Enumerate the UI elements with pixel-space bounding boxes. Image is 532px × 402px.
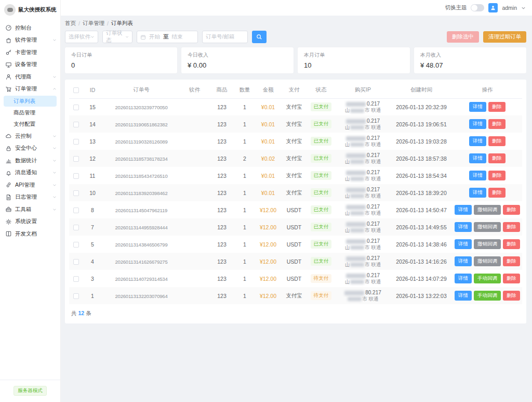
delete-button[interactable]: 删除 <box>503 274 520 283</box>
row-checkbox[interactable] <box>73 225 79 230</box>
breadcrumb-home[interactable]: 首页 <box>65 20 76 27</box>
loc-left: 山 <box>345 176 350 181</box>
detail-button[interactable]: 详情 <box>469 102 486 112</box>
revoke-button[interactable]: 撤销回调 <box>474 256 501 266</box>
row-checkbox[interactable] <box>73 156 79 162</box>
delete-button[interactable]: 删除 <box>503 222 520 232</box>
clean-expired-orders-button[interactable]: 清理过期订单 <box>483 31 526 43</box>
detail-button[interactable]: 详情 <box>469 188 486 198</box>
detail-button[interactable]: 详情 <box>455 205 472 215</box>
delete-button[interactable]: 删除 <box>503 291 520 301</box>
sidebar-item-设备管理[interactable]: 设备管理 <box>0 59 60 71</box>
sidebar-item-控制台[interactable]: 控制台 <box>0 22 60 34</box>
row-checkbox[interactable] <box>73 259 79 265</box>
chevron-down-icon <box>90 35 95 39</box>
chevron-up-icon <box>52 87 57 91</box>
sidebar-item-订单管理[interactable]: 订单管理 <box>0 83 60 96</box>
sidebar-item-软件管理[interactable]: 软件管理 <box>0 34 60 47</box>
stat-value: 0 <box>71 61 171 69</box>
created-time-cell: 2026-01-13 14:16:26 <box>390 253 453 270</box>
search-button[interactable] <box>252 31 267 43</box>
search-input[interactable]: 订单号/邮箱 <box>202 31 248 43</box>
actions-cell: 详情手动回调删除 <box>453 287 522 304</box>
sidebar-item-代理商[interactable]: 代理商 <box>0 71 60 83</box>
detail-button[interactable]: 详情 <box>455 239 472 249</box>
table-row: 8202601131450479621191231¥12.00USDT已支付0.… <box>69 201 522 218</box>
quantity-cell: 1 <box>235 218 255 236</box>
detail-button[interactable]: 详情 <box>469 136 486 146</box>
theme-toggle[interactable] <box>471 4 484 11</box>
delete-selected-button[interactable]: 删除选中 <box>447 31 479 43</box>
row-checkbox[interactable] <box>73 122 79 127</box>
sidebar-item-云控制[interactable]: 云控制 <box>0 130 60 142</box>
row-checkbox[interactable] <box>73 139 79 145</box>
manual-button[interactable]: 手动回调 <box>474 274 501 283</box>
username[interactable]: admin <box>502 5 517 11</box>
status-badge: 已支付 <box>311 102 332 111</box>
sidebar-item-日志管理[interactable]: 日志管理 <box>0 191 60 204</box>
sidebar-item-安全中心[interactable]: 安全中心 <box>0 142 60 155</box>
row-checkbox[interactable] <box>73 190 79 196</box>
row-checkbox[interactable] <box>73 293 79 299</box>
sidebar-item-开发文档[interactable]: 开发文档 <box>0 228 60 240</box>
delete-button[interactable]: 删除 <box>488 171 506 180</box>
delete-button[interactable]: 删除 <box>503 239 520 249</box>
loc-censored <box>350 228 364 232</box>
user-avatar[interactable] <box>488 3 498 12</box>
app-layout: 鼠大侠授权系统 控制台软件管理卡密管理设备管理代理商订单管理订单列表商品管理支付… <box>0 0 532 402</box>
revoke-button[interactable]: 撤销回调 <box>474 222 501 232</box>
buyer-ip-cell: 0.217山市 联通 <box>336 184 390 201</box>
amount-cell: ¥12.00 <box>260 241 276 248</box>
manual-button[interactable]: 手动回调 <box>474 291 501 301</box>
column-header: 金额 <box>255 82 282 98</box>
order-number: 20260113185738178234 <box>115 156 168 162</box>
sidebar-item-卡密管理[interactable]: 卡密管理 <box>0 46 60 59</box>
sidebar-item-数据统计[interactable]: 数据统计 <box>0 154 60 167</box>
detail-button[interactable]: 详情 <box>455 274 472 283</box>
sidebar-subitem-支付配置[interactable]: 支付配置 <box>4 119 57 129</box>
delete-button[interactable]: 删除 <box>503 205 520 215</box>
sidebar-item-系统设置[interactable]: 系统设置 <box>0 216 60 228</box>
amount-cell: ¥0.01 <box>261 138 275 145</box>
order-icon <box>5 86 12 93</box>
select-all-checkbox[interactable] <box>73 87 79 93</box>
date-range-picker[interactable]: 开始 至 结束 <box>137 31 198 43</box>
delete-button[interactable]: 删除 <box>488 188 506 198</box>
sidebar-item-工具箱[interactable]: 工具箱 <box>0 203 60 216</box>
delete-button[interactable]: 删除 <box>488 136 506 146</box>
detail-button[interactable]: 详情 <box>469 171 486 180</box>
row-checkbox[interactable] <box>73 173 79 179</box>
sidebar-item-label: 系统设置 <box>15 218 57 225</box>
order-status-select[interactable]: 订单状态 <box>102 31 132 43</box>
row-checkbox[interactable] <box>73 208 79 213</box>
ip-tail: 80.217 <box>365 290 381 295</box>
software-select[interactable]: 选择软件 <box>65 31 98 43</box>
sidebar-item-API管理[interactable]: API管理 <box>0 179 60 191</box>
row-checkbox[interactable] <box>73 276 79 282</box>
buyer-ip-cell: 0.217山市 联通 <box>336 98 390 115</box>
detail-button[interactable]: 详情 <box>469 119 486 129</box>
loc-right: 市 联通 <box>365 193 381 199</box>
ip-tail: 0.217 <box>367 273 380 278</box>
stats-icon <box>5 157 12 164</box>
chevron-down-icon[interactable] <box>521 6 526 10</box>
sidebar-item-消息通知[interactable]: 消息通知 <box>0 167 60 179</box>
delete-button[interactable]: 删除 <box>488 102 506 112</box>
sidebar-subitem-商品管理[interactable]: 商品管理 <box>4 107 57 118</box>
revoke-button[interactable]: 撤销回调 <box>474 205 501 215</box>
breadcrumb-order-mgmt[interactable]: 订单管理 <box>83 20 104 27</box>
detail-button[interactable]: 详情 <box>455 256 472 266</box>
row-checkbox[interactable] <box>73 105 79 110</box>
delete-button[interactable]: 删除 <box>503 256 520 266</box>
row-checkbox[interactable] <box>73 242 79 248</box>
buyer-ip-cell: 0.217山市 联通 <box>336 236 390 253</box>
sidebar-item-label: 订单管理 <box>15 85 49 93</box>
delete-button[interactable]: 删除 <box>488 119 506 129</box>
sidebar-subitem-订单列表[interactable]: 订单列表 <box>4 96 57 107</box>
revoke-button[interactable]: 撤销回调 <box>474 239 501 249</box>
detail-button[interactable]: 详情 <box>469 153 486 163</box>
pagination-total: 共12条 <box>69 304 522 323</box>
detail-button[interactable]: 详情 <box>455 291 472 301</box>
delete-button[interactable]: 删除 <box>488 153 506 163</box>
detail-button[interactable]: 详情 <box>455 222 472 232</box>
